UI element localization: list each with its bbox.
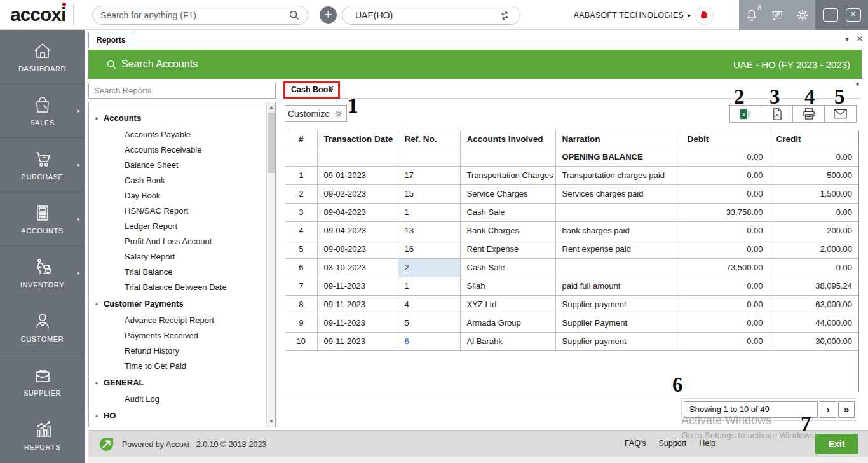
bottom-strip xyxy=(88,457,868,463)
cell-accounts: Cash Sale xyxy=(460,258,555,277)
last-page-button[interactable]: » xyxy=(838,401,855,418)
sidebar-item-sales[interactable]: SALES ▸ xyxy=(0,84,85,138)
table-row[interactable]: 3 09-04-2023 1 Cash Sale 33,758.00 0.00 xyxy=(285,203,858,221)
hand-truck-icon xyxy=(31,257,54,277)
sidebar-item-accounts[interactable]: ACCOUNTS ▸ xyxy=(0,192,85,246)
switch-branch-icon[interactable] xyxy=(499,10,511,22)
tree-item-advance-receipt-report[interactable]: Advance Receipt Report xyxy=(94,312,262,328)
pdf-icon: A xyxy=(771,108,783,120)
sidebar-item-label: CUSTOMER xyxy=(21,335,64,343)
cell-index: 10 xyxy=(285,332,317,350)
table-row[interactable]: 2 09-02-2023 15 Service Charges Services… xyxy=(285,184,858,203)
cell-narration: paid full amount xyxy=(555,277,681,295)
minimize-button[interactable]: – xyxy=(823,8,838,22)
table-row[interactable]: 9 09-11-2023 5 Armada Group Supplier Pay… xyxy=(285,314,858,332)
tab-reports[interactable]: Reports xyxy=(88,32,133,48)
org-menu[interactable]: AABASOFT TECHNOLOGIES ▸ xyxy=(574,0,714,30)
tree-item-trial-balance-between-date[interactable]: Trial Balance Between Date xyxy=(94,279,262,294)
tree-item-balance-sheet[interactable]: Balance Sheet xyxy=(94,157,262,172)
table-row[interactable]: 1 09-01-2023 17 Transportation Charges T… xyxy=(285,166,858,184)
exit-button[interactable]: Exit xyxy=(815,434,858,454)
bar-chart-icon xyxy=(31,419,54,439)
sidebar-nav: DASHBOARD SALES ▸ PURCHASE ▸ ACCOUNTS ▸ … xyxy=(0,30,85,463)
customize-button[interactable]: Customize xyxy=(285,105,347,122)
table-row[interactable]: 8 09-11-2023 4 XYZ Ltd Supplier payment … xyxy=(285,295,858,314)
tree-item-audit-log[interactable]: Audit Log xyxy=(94,391,262,406)
close-window-button[interactable]: ✕ xyxy=(846,8,861,22)
support-link[interactable]: Support xyxy=(659,439,687,448)
tree-item-time-to-get-paid[interactable]: Time to Get Paid xyxy=(94,358,262,373)
tree-item-ledger-report[interactable]: Ledger Report xyxy=(94,218,262,233)
tree-scrollbar[interactable]: ▲ ▼ xyxy=(266,102,275,427)
help-link[interactable]: Help xyxy=(699,439,715,448)
table-row[interactable]: 4 09-04-2023 13 Bank Charges bank charge… xyxy=(285,221,858,240)
cell-accounts: XYZ Ltd xyxy=(460,295,555,314)
tree-item-trial-balance[interactable]: Trial Balance xyxy=(94,264,262,279)
global-search[interactable] xyxy=(92,6,308,25)
cell-narration: Supplier payment xyxy=(555,295,681,314)
cell-accounts: Cash Sale xyxy=(460,203,555,221)
table-row[interactable]: 5 09-08-2023 16 Rent Expense Rent expens… xyxy=(285,240,858,258)
search-icon[interactable] xyxy=(288,10,300,21)
person-icon xyxy=(31,311,54,331)
tree-item-salary-report[interactable]: Salary Report xyxy=(94,249,262,264)
annotation-5: 5 xyxy=(834,86,845,107)
tabstrip-close-icon[interactable]: ✕ xyxy=(857,34,863,43)
cell-index: 5 xyxy=(285,240,317,258)
tree-item-hsn-sac-report[interactable]: HSN/SAC Report xyxy=(94,203,262,218)
col-header-narration[interactable]: Narration xyxy=(555,130,681,148)
global-search-input[interactable] xyxy=(100,10,288,20)
col-header-index[interactable]: # xyxy=(285,130,317,148)
cell-accounts: Transportation Charges xyxy=(460,166,555,184)
col-header-transaction-date[interactable]: Transaction Date xyxy=(317,130,398,148)
report-options-caret-icon[interactable]: ▾ xyxy=(856,81,859,88)
sidebar-item-inventory[interactable]: INVENTORY ▸ xyxy=(0,246,85,300)
sidebar-item-supplier[interactable]: SUPPLIER xyxy=(0,354,85,408)
sidebar-item-reports[interactable]: REPORTS xyxy=(0,408,85,462)
cell-credit: 2,000.00 xyxy=(770,240,858,258)
scroll-down-icon[interactable]: ▼ xyxy=(267,417,276,426)
cell-credit: 63,000.00 xyxy=(770,295,858,314)
tree-item-branch-counter-wise-sales[interactable]: Branch Counter Wise Sales xyxy=(94,424,262,427)
sidebar-item-purchase[interactable]: PURCHASE ▸ xyxy=(0,138,85,192)
search-accounts[interactable]: Search Accounts xyxy=(106,59,198,70)
quick-add-button[interactable]: + xyxy=(320,6,337,24)
col-header-debit[interactable]: Debit xyxy=(681,130,770,148)
close-report-tab-icon[interactable]: ✕ xyxy=(328,84,334,93)
tree-item-accounts-payable[interactable]: Accounts Payable xyxy=(94,127,262,142)
col-header-ref-no[interactable]: Ref. No. xyxy=(398,130,460,148)
ref-no-link[interactable]: 6 xyxy=(405,336,409,346)
excel-icon: x xyxy=(740,109,752,120)
cell-date: 09-01-2023 xyxy=(317,166,398,184)
branch-selector[interactable]: UAE(HO) xyxy=(342,6,520,25)
sidebar-item-customer[interactable]: CUSTOMER xyxy=(0,300,85,354)
tree-item-cash-book[interactable]: Cash Book xyxy=(94,172,262,188)
avatar[interactable] xyxy=(695,6,714,25)
next-page-button[interactable]: › xyxy=(820,401,836,418)
tree-item-accounts-receivable[interactable]: Accounts Receivable xyxy=(94,142,262,157)
tree-item-day-book[interactable]: Day Book xyxy=(94,188,262,203)
cell-accounts: Armada Group xyxy=(460,314,555,332)
messages-icon[interactable] xyxy=(769,7,785,24)
sidebar-item-label: INVENTORY xyxy=(20,281,64,289)
search-reports-input[interactable] xyxy=(88,83,276,99)
notifications-bell-icon[interactable]: 8 xyxy=(743,7,760,24)
tree-group-ho[interactable]: ▲HO xyxy=(94,411,262,420)
tree-item-refund-history[interactable]: Refund History xyxy=(94,343,262,358)
table-row[interactable]: 6 03-10-2023 2 Cash Sale 73,500.00 0.00 xyxy=(285,258,858,277)
settings-gear-icon[interactable] xyxy=(794,7,811,24)
col-header-accounts-involved[interactable]: Accounts Involved xyxy=(460,130,555,148)
scroll-up-icon[interactable]: ▲ xyxy=(267,103,276,112)
sidebar-item-dashboard[interactable]: DASHBOARD xyxy=(0,30,85,84)
scrollbar-thumb[interactable] xyxy=(268,113,275,173)
tabstrip-dropdown-icon[interactable]: ▾ xyxy=(845,34,849,43)
tree-group-customer-payments[interactable]: ▲Customer Payments xyxy=(94,299,262,308)
col-header-credit[interactable]: Credit xyxy=(770,130,858,148)
tree-group-general[interactable]: ▲GENERAL xyxy=(94,378,262,387)
table-row[interactable]: 7 09-11-2023 1 Silah paid full amount 0.… xyxy=(285,277,858,295)
tree-item-payments-received[interactable]: Payments Received xyxy=(94,328,262,343)
tree-group-accounts[interactable]: ▲Accounts xyxy=(94,113,262,123)
table-row[interactable]: 10 09-11-2023 6 Al Barahk Supplier payme… xyxy=(285,332,858,350)
tree-item-profit-and-loss[interactable]: Profit And Loss Account xyxy=(94,233,262,249)
faqs-link[interactable]: FAQ's xyxy=(625,439,646,448)
